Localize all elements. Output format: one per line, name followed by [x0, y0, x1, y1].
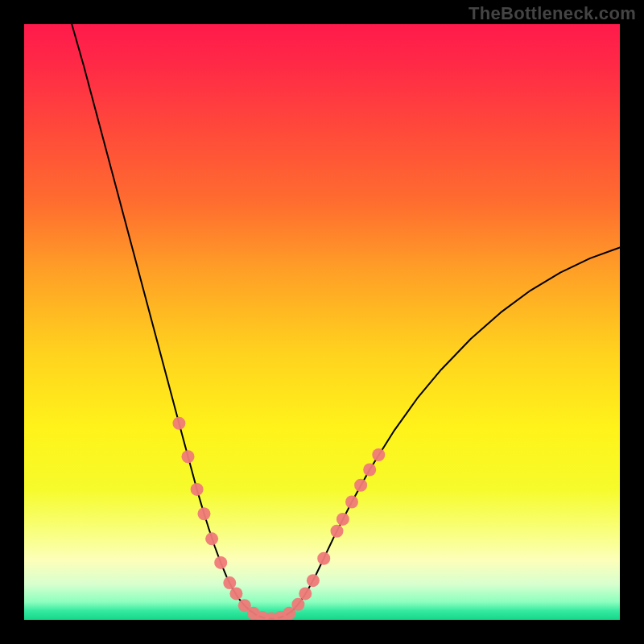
- curve-marker: [354, 479, 367, 492]
- curve-marker: [317, 552, 330, 565]
- curve-marker: [197, 507, 210, 520]
- curve-marker: [307, 574, 320, 587]
- curve-marker: [229, 587, 242, 600]
- curve-marker: [214, 556, 227, 569]
- curve-marker: [331, 525, 344, 538]
- curve-marker: [363, 464, 376, 477]
- curve-marker: [223, 576, 236, 589]
- curve-marker: [172, 417, 185, 430]
- curve-marker: [205, 532, 218, 545]
- plot-area: [24, 24, 620, 620]
- curve-marker: [372, 448, 385, 461]
- curve-marker: [191, 483, 204, 496]
- curve-marker: [182, 450, 195, 463]
- bottleneck-chart-svg: [24, 24, 620, 620]
- curve-marker: [291, 598, 304, 611]
- watermark-text: TheBottleneck.com: [469, 3, 636, 24]
- chart-frame: TheBottleneck.com: [0, 0, 644, 644]
- curve-marker: [299, 587, 312, 600]
- curve-marker: [336, 513, 349, 526]
- gradient-background: [24, 24, 620, 620]
- curve-marker: [345, 495, 358, 508]
